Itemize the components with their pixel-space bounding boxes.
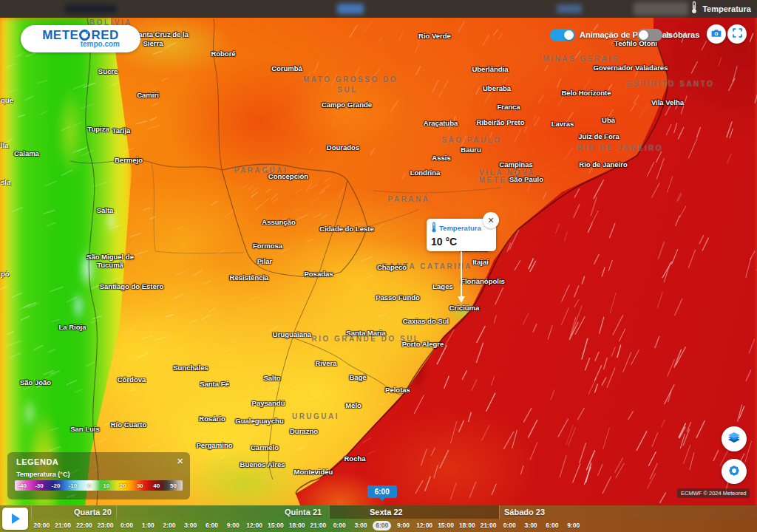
timeline-day-band[interactable]	[499, 505, 757, 519]
timeline-hour[interactable]: 15:00	[435, 519, 457, 532]
timeline-hour[interactable]: 21:00	[52, 519, 74, 532]
toggle-knob	[564, 30, 574, 40]
tooltip-title: Temperatura	[439, 224, 481, 232]
legend-tick: 20	[120, 482, 126, 489]
toggle-knob	[639, 30, 648, 40]
legend-tick: 40	[153, 482, 160, 489]
meteored-logo[interactable]: METERED tempo.com	[21, 25, 140, 52]
temperature-color-scale: -40-30-20-1001020304050	[15, 480, 183, 491]
fullscreen-button[interactable]	[727, 24, 747, 44]
tooltip-pointer-arrowhead	[458, 296, 465, 303]
timeline-hour[interactable]: 21:00	[308, 519, 329, 532]
timeline-hour[interactable]: 0:00	[499, 519, 520, 532]
timeline-day-band[interactable]	[116, 505, 329, 519]
top-bar: Temperatura	[0, 0, 757, 18]
isobars-toggle-label: Isóbaras	[666, 30, 699, 39]
meteored-weather-app: Santa Cruz de laSierraSucreCamiriTupizaT…	[0, 0, 757, 532]
model-attribution: ECMWF © 2024 Meteored	[677, 488, 750, 498]
legend-tick: -40	[18, 482, 27, 489]
timeline-day-row: Quarta 20Quinta 21Sexta 22Sábado 23	[0, 505, 757, 519]
tooltip-close-button[interactable]: ×	[483, 212, 499, 228]
legend-subtitle: Temperatura (°C)	[16, 471, 69, 478]
logo-tagline: tempo.com	[81, 41, 120, 48]
timeline-hour[interactable]: 9:00	[393, 519, 414, 532]
blurred-item	[337, 4, 364, 14]
logo-compass-icon	[79, 30, 90, 41]
layers-button[interactable]	[722, 426, 747, 451]
timeline-hour[interactable]: 3:00	[350, 519, 372, 532]
particles-toggle[interactable]	[550, 29, 575, 41]
selected-time-badge: 6:00	[367, 485, 397, 498]
timeline-hour[interactable]: 22:00	[74, 519, 95, 532]
play-button[interactable]	[2, 508, 28, 530]
active-layer-label: Temperatura	[702, 4, 751, 13]
timeline-hour-row: 20:0021:0022:0023:000:001:002:003:006:00…	[0, 519, 757, 532]
timeline-hour[interactable]: 0:00	[329, 519, 350, 532]
fullscreen-icon	[732, 27, 743, 41]
timeline-hour[interactable]: 15:00	[265, 519, 286, 532]
timeline-hour[interactable]: 21:00	[478, 519, 499, 532]
timeline-hour[interactable]: 9:00	[223, 519, 244, 532]
timeline-hour[interactable]: 12:00	[244, 519, 265, 532]
blurred-item	[65, 4, 117, 13]
timeline-hour[interactable]: 0:00	[116, 519, 138, 532]
legend-tick: -10	[69, 482, 78, 489]
blurred-item	[634, 2, 688, 16]
timeline-hour[interactable]: 18:00	[286, 519, 308, 532]
legend-tick: -20	[52, 482, 61, 489]
legend-tick: 10	[103, 482, 109, 489]
blurred-item	[557, 4, 582, 13]
timeline-hour[interactable]: 6:00	[201, 519, 223, 532]
tooltip-pointer-line	[461, 246, 462, 296]
timeline-hour[interactable]: 23:00	[95, 519, 116, 532]
settings-button[interactable]	[722, 459, 747, 484]
timeline-hour[interactable]: 20:00	[31, 519, 52, 532]
legend-panel: LEGENDA × Temperatura (°C) -40-30-20-100…	[7, 452, 190, 499]
timeline-hour[interactable]: 6:00	[371, 519, 393, 532]
timeline-hour[interactable]: 12:00	[414, 519, 435, 532]
timeline-hour[interactable]: 9:00	[563, 519, 584, 532]
isobars-toggle[interactable]	[637, 29, 662, 41]
timeline-day-band[interactable]	[329, 505, 499, 519]
thermometer-icon	[690, 1, 698, 17]
timeline-day-band[interactable]	[31, 505, 116, 519]
thermometer-icon	[431, 222, 437, 234]
timeline-scrubber[interactable]: Quarta 20Quinta 21Sexta 22Sábado 23 20:0…	[0, 505, 757, 532]
timeline-hour[interactable]: 3:00	[520, 519, 542, 532]
legend-close-button[interactable]: ×	[177, 455, 183, 466]
legend-tick: -30	[35, 482, 44, 489]
timeline-hour-selected: 6:00	[373, 521, 391, 531]
timeline-hour[interactable]: 3:00	[180, 519, 201, 532]
play-icon	[12, 514, 20, 524]
legend-tick: 0	[88, 482, 91, 489]
timeline-hour[interactable]: 2:00	[159, 519, 180, 532]
legend-tick: 50	[170, 482, 177, 489]
camera-icon	[710, 27, 722, 41]
legend-title: LEGENDA	[16, 457, 58, 466]
timeline-hour[interactable]: 18:00	[456, 519, 478, 532]
gear-icon	[727, 463, 741, 480]
legend-tick: 30	[137, 482, 143, 489]
layers-icon	[727, 431, 741, 448]
logo-brand: METERED	[42, 30, 119, 41]
timeline-hour[interactable]: 6:00	[541, 519, 563, 532]
screenshot-button[interactable]	[707, 24, 726, 44]
timeline-hour[interactable]: 1:00	[138, 519, 159, 532]
tooltip-value: 10 °C	[431, 236, 492, 248]
